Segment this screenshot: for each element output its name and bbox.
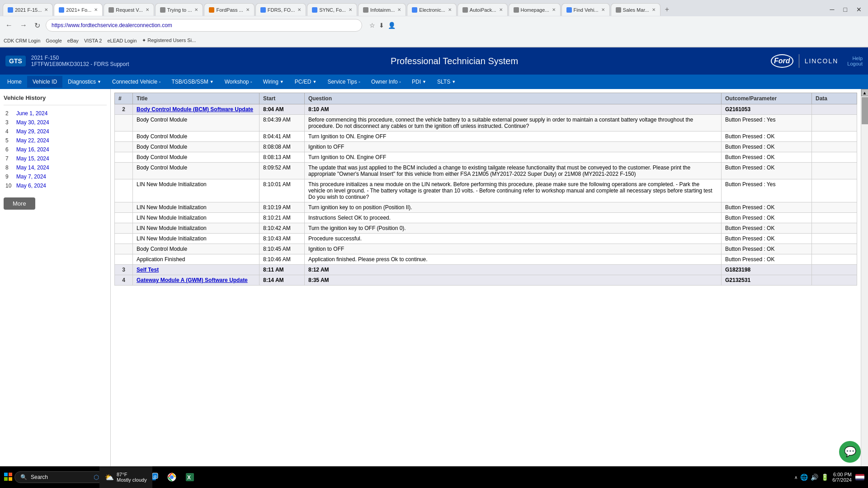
minimize-button[interactable]: ─ [826, 5, 838, 14]
close-icon[interactable]: ✕ [297, 7, 301, 12]
close-icon[interactable]: ✕ [44, 7, 48, 12]
nav-slts[interactable]: SLTS▼ [432, 76, 461, 88]
clock[interactable]: 6:00 PM 6/7/2024 [832, 472, 852, 483]
session-row-3[interactable]: 3 Self Test 8:11 AM 8:12 AM G1823198 [115, 265, 857, 275]
maximize-button[interactable]: □ [840, 5, 851, 14]
tray-network-icon[interactable]: 🌐 [800, 474, 808, 481]
nav-workshop[interactable]: Workshop - [219, 76, 258, 88]
close-icon[interactable]: ✕ [652, 7, 656, 12]
sidebar-row-9[interactable]: 10 May 6, 2024 [4, 181, 107, 190]
tab-autoipack[interactable]: AutoiPack... ✕ [458, 3, 508, 16]
tab-trying[interactable]: Trying to ... ✕ [155, 3, 203, 16]
close-icon[interactable]: ✕ [194, 7, 198, 12]
tray-battery-icon[interactable]: 🔋 [821, 474, 829, 481]
sidebar-row-4[interactable]: 5 May 22, 2024 [4, 136, 107, 145]
sidebar-num-9: 10 [5, 183, 16, 189]
sidebar-row-5[interactable]: 6 May 16, 2024 [4, 145, 107, 154]
start-button[interactable] [4, 472, 13, 483]
session-end-4: 8:35 AM [305, 275, 722, 286]
nav-owner-info[interactable]: Owner Info - [366, 76, 406, 88]
sidebar-row-8[interactable]: 9 May 7, 2024 [4, 172, 107, 181]
session-title-2[interactable]: Body Control Module (BCM) Software Updat… [133, 104, 259, 115]
nav-connected-vehicle[interactable]: Connected Vehicle - [107, 76, 166, 88]
reload-button[interactable]: ↻ [33, 20, 42, 31]
close-icon[interactable]: ✕ [349, 7, 352, 12]
tab-fdrs[interactable]: FDRS, FO... ✕ [255, 3, 307, 16]
close-icon[interactable]: ✕ [499, 7, 503, 12]
bookmark-vista2[interactable]: VISTA 2 [84, 38, 102, 43]
session-title-4[interactable]: Gateway Module A (GWM) Software Update [133, 275, 259, 286]
session-end-3: 8:12 AM [305, 265, 722, 275]
bookmark-registered[interactable]: ✦ Registered Users Si... [142, 38, 196, 43]
sidebar-row-1[interactable]: 2 June 1, 2024 [4, 109, 107, 118]
sidebar-date-9: May 6, 2024 [16, 183, 46, 189]
detail-title-12: Application Finished [133, 254, 259, 265]
more-button[interactable]: More [4, 197, 35, 210]
new-tab-button[interactable]: + [661, 5, 673, 14]
detail-question-5: The update that was just applied to the … [305, 163, 722, 179]
tab-sync[interactable]: SYNC, Fo... ✕ [307, 3, 357, 16]
chat-button[interactable]: 💬 [839, 441, 861, 463]
logout-link[interactable]: Logout [847, 61, 863, 66]
address-bar[interactable]: https://www.fordtechservice.dealerconnec… [46, 19, 362, 32]
tab-fordpass[interactable]: FordPass ... ✕ [204, 3, 254, 16]
scroll-track[interactable] [862, 96, 868, 469]
close-icon[interactable]: ✕ [397, 7, 401, 12]
detail-row-6: LIN New Module Initialization 8:10:01 AM… [115, 179, 857, 202]
detail-data-12 [812, 254, 857, 265]
close-icon[interactable]: ✕ [146, 7, 149, 12]
scrollbar[interactable]: ▲ ▼ [861, 89, 868, 476]
bookmark-google[interactable]: Google [46, 38, 61, 43]
close-icon[interactable]: ✕ [448, 7, 452, 12]
close-icon[interactable]: ✕ [94, 7, 98, 12]
nav-tsb[interactable]: TSB/GSB/SSM▼ [166, 76, 219, 88]
scroll-up-button[interactable]: ▲ [861, 89, 868, 96]
tab-request[interactable]: Request V... ✕ [104, 3, 154, 16]
close-icon[interactable]: ✕ [552, 7, 556, 12]
tab-salesmar[interactable]: Sales Mar... ✕ [611, 3, 660, 16]
bookmark-icon[interactable]: ☆ [369, 22, 375, 29]
sidebar-row-2[interactable]: 3 May 30, 2024 [4, 118, 107, 127]
sidebar-row-3[interactable]: 4 May 29, 2024 [4, 127, 107, 136]
sidebar-row-7[interactable]: 8 May 14, 2024 [4, 163, 107, 172]
nav-home[interactable]: Home [2, 76, 27, 88]
sidebar-row-6[interactable]: 7 May 15, 2024 [4, 154, 107, 163]
tab-homepage[interactable]: Homepage... ✕ [509, 3, 561, 16]
nav-pdi[interactable]: PDI▼ [406, 76, 432, 88]
tab-label: Request V... [116, 7, 143, 13]
tab-2021fo[interactable]: 2021+ Fo... ✕ [54, 3, 103, 16]
detail-title-3: Body Control Module [133, 142, 259, 152]
tray-up-arrow-icon[interactable]: ∧ [794, 475, 797, 480]
forward-button[interactable]: → [18, 20, 29, 30]
tab-findveh[interactable]: Find Vehi... ✕ [561, 3, 610, 16]
vehicle-details: 2021 F-150 1FTFW1E80MKD30132 - FDRS Supp… [31, 55, 129, 67]
bookmark-cdk[interactable]: CDK CRM Login [4, 38, 40, 43]
nav-diagnostics[interactable]: Diagnostics▼ [62, 76, 107, 88]
profile-icon[interactable]: 👤 [388, 22, 396, 29]
bookmark-ebay[interactable]: eBay [67, 38, 79, 43]
detail-question-4: Turn Ignition to ON. Engine OFF [305, 152, 722, 163]
tab-2021f15[interactable]: 2021 F-15... ✕ [3, 3, 53, 16]
tab-electronic[interactable]: Electronic... ✕ [407, 3, 456, 16]
nav-pced[interactable]: PC/ED▼ [289, 76, 322, 88]
bookmark-elead[interactable]: eLEAD Login [107, 38, 137, 43]
download-icon[interactable]: ⬇ [379, 22, 384, 29]
nav-vehicle-id[interactable]: Vehicle ID [27, 76, 62, 88]
session-title-3[interactable]: Self Test [133, 265, 259, 275]
taskbar-chrome[interactable] [165, 470, 179, 484]
close-icon[interactable]: ✕ [601, 7, 605, 12]
nav-wiring[interactable]: Wiring▼ [258, 76, 289, 88]
tab-infotainm[interactable]: Infotainm... ✕ [358, 3, 406, 16]
taskbar-excel[interactable]: X [183, 470, 197, 484]
nav-service-tips[interactable]: Service Tips - [322, 76, 366, 88]
help-link[interactable]: Help [847, 56, 863, 61]
clock-time: 6:00 PM [832, 472, 852, 477]
session-row-4[interactable]: 4 Gateway Module A (GWM) Software Update… [115, 275, 857, 286]
scroll-thumb[interactable] [862, 97, 868, 124]
session-row-2[interactable]: 2 Body Control Module (BCM) Software Upd… [115, 104, 857, 115]
close-icon[interactable]: ✕ [246, 7, 250, 12]
taskbar-search-bar[interactable]: 🔍 Search ⬡ [14, 471, 105, 483]
tray-sound-icon[interactable]: 🔊 [811, 474, 818, 481]
back-button[interactable]: ← [4, 20, 14, 30]
close-window-button[interactable]: ✕ [853, 5, 865, 14]
